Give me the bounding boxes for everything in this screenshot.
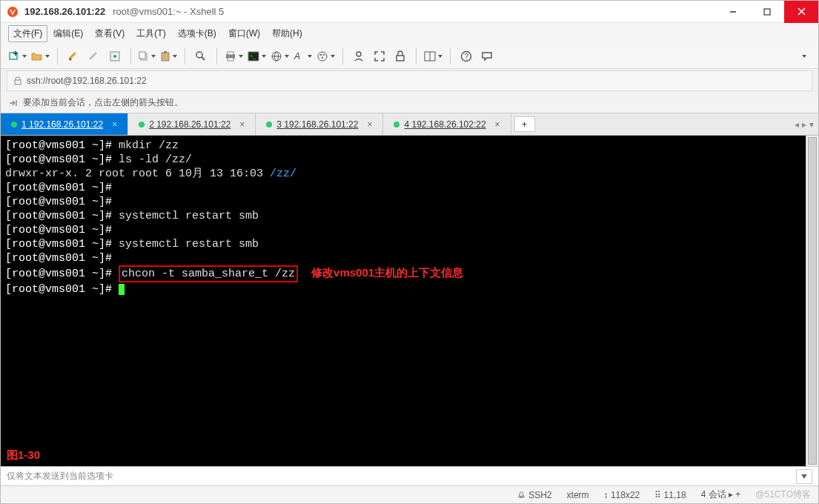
status-dot-icon [139,122,145,127]
tab-menu-icon[interactable]: ▾ [809,119,814,130]
toolbar-separator [342,48,343,64]
tab-close-icon[interactable]: × [495,119,500,130]
terminal[interactable]: [root@vms001 ~]# mkdir /zz [root@vms001 … [1,136,806,466]
copy-button[interactable] [139,48,156,64]
svg-point-27 [320,53,322,55]
globe-button[interactable] [271,48,289,64]
menu-file[interactable]: 文件(F) [8,25,47,42]
svg-point-8 [70,58,72,60]
session-tab-1[interactable]: 1 192.168.26.101:22 × [1,113,128,135]
svg-rect-18 [228,52,233,55]
toolbar-separator [450,48,451,64]
chevron-icon[interactable]: ▸ [729,489,733,500]
terminal-wrap: [root@vms001 ~]# mkdir /zz [root@vms001 … [1,136,818,466]
lock-button[interactable] [392,48,408,64]
prompt: [root@vms001 ~]# [5,139,119,152]
term-dir: /zz/ [270,168,296,180]
tab-close-icon[interactable]: × [367,119,372,130]
help-button[interactable]: ? [458,48,474,64]
color-button[interactable] [316,48,335,64]
prompt: [root@vms001 ~]# [5,182,119,194]
session-tab-2[interactable]: 2 192.168.26.101:22 × [128,113,256,135]
window-title-main: 192.168.26.101:22 [24,6,105,17]
svg-point-29 [322,56,323,58]
address-bar[interactable]: ssh://root@192.168.26.101:22 [7,70,812,91]
broadcast-dropdown[interactable] [796,469,812,484]
address-text: ssh://root@192.168.26.101:22 [27,76,147,86]
add-tab-button[interactable]: + [514,116,535,132]
bell-icon: 🕭 SSH2 [517,490,552,500]
user-button[interactable] [351,48,367,64]
minimize-button[interactable] [716,1,750,23]
terminal-button[interactable]: >_ [248,48,266,64]
cursor-pos-icon: ⠿ [654,490,663,500]
session-tab-4[interactable]: 4 192.168.26.102:22 × [383,113,511,135]
status-sessions: 4 会话 [701,489,726,500]
term-cmd: systemctl restart smb [119,210,259,222]
prompt: [root@vms001 ~]# [5,196,119,208]
new-session-button[interactable] [8,48,27,64]
maximize-button[interactable] [750,1,784,23]
menu-tabs[interactable]: 选项卡(B) [172,24,222,43]
find-button[interactable] [193,48,209,64]
svg-point-30 [357,52,361,56]
prompt: [root@vms001 ~]# [5,238,119,251]
toolbar-separator [185,48,185,64]
open-button[interactable] [31,48,50,64]
svg-rect-2 [764,9,770,15]
svg-point-26 [318,52,327,61]
term-cmd: systemctl restart smb [119,238,259,251]
menu-tools[interactable]: 工具(T) [130,24,171,43]
reconnect-button[interactable] [65,48,82,64]
status-dot-icon [11,122,17,127]
prompt: [root@vms001 ~]# [5,153,119,166]
status-size: 118x22 [611,490,640,500]
menu-view[interactable]: 查看(V) [89,24,130,43]
figure-label: 图1-30 [7,448,40,462]
term-cmd: ls -ld /zz/ [119,153,192,166]
info-text: 要添加当前会话，点击左侧的箭头按钮。 [23,96,183,109]
watermark: @51CTO博客 [755,488,811,501]
highlighted-command: chcon -t samba_share_t /zz [119,265,298,282]
lock-icon [13,76,22,86]
menu-help[interactable]: 帮助(H) [266,24,308,43]
print-button[interactable] [225,48,243,64]
status-termtype: xterm [567,490,589,500]
disconnect-button[interactable] [86,48,102,64]
svg-text:>_: >_ [250,53,256,59]
broadcast-input[interactable]: 仅将文本发送到当前选项卡 [1,466,818,485]
status-bar: 🕭 SSH2 xterm ↕ 118x22 ⠿ 11,18 4 会话 ▸ + @… [1,485,818,503]
tab-close-icon[interactable]: × [239,119,245,130]
toolbar: >_ A ? [1,44,818,69]
term-cmd: mkdir /zz [119,139,179,152]
tab-next-icon[interactable]: ▸ [802,119,806,130]
svg-line-16 [202,57,205,60]
chat-icon[interactable] [479,48,495,64]
svg-point-0 [7,7,18,17]
terminal-scrollbar[interactable] [806,136,818,466]
svg-rect-13 [162,53,169,61]
arrow-icon[interactable] [8,98,19,108]
status-cursor: 11,18 [664,490,686,500]
session-tab-3[interactable]: 3 192.168.26.101:22 × [256,113,383,135]
toolbar-overflow[interactable] [795,48,811,64]
fullscreen-button[interactable] [371,48,388,64]
scrollbar-thumb[interactable] [808,137,817,465]
paste-button[interactable] [160,48,177,64]
menu-edit[interactable]: 编辑(E) [47,24,89,43]
tab-close-icon[interactable]: × [112,119,117,130]
prompt: [root@vms001 ~]# [5,268,119,280]
broadcast-placeholder: 仅将文本发送到当前选项卡 [7,470,113,483]
properties-button[interactable] [107,48,123,64]
tab-prev-icon[interactable]: ◂ [795,119,799,130]
layout-button[interactable] [424,48,442,64]
size-icon: ↕ [604,490,611,500]
close-button[interactable] [784,1,818,23]
svg-point-15 [196,52,202,58]
font-button[interactable]: A [294,48,312,64]
menu-window[interactable]: 窗口(W) [222,24,266,43]
prompt: [root@vms001 ~]# [5,252,119,265]
tab-strip: 1 192.168.26.101:22 × 2 192.168.26.101:2… [1,113,818,136]
svg-rect-12 [139,52,145,59]
prompt: [root@vms001 ~]# [5,224,119,236]
